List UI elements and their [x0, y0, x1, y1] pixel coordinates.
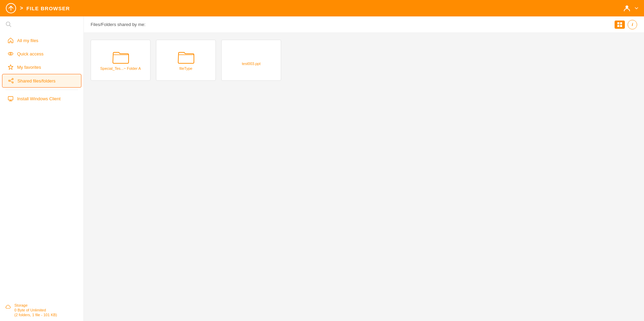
app-header: > FILE BROWSER [0, 0, 644, 16]
home-icon [8, 37, 14, 43]
sidebar-item-my-favorites[interactable]: My favorites [2, 61, 81, 74]
header-left: > FILE BROWSER [5, 3, 70, 14]
sidebar-item-install-windows[interactable]: Install Windows Client [2, 92, 81, 105]
main-toolbar: Files/Folders shared by me: i [84, 16, 644, 33]
sidebar-item-my-favorites-label: My favorites [17, 65, 41, 70]
sidebar-item-shared-files[interactable]: Shared files/folders [2, 74, 81, 88]
search-icon [5, 21, 12, 27]
share-icon [8, 78, 14, 84]
svg-rect-14 [617, 22, 619, 24]
file-card-2-name: fileType [177, 66, 195, 70]
app-layout: All my files Quick access My favorites [0, 16, 644, 321]
sidebar-divider [5, 90, 78, 90]
svg-rect-17 [620, 25, 622, 27]
svg-point-7 [9, 80, 10, 81]
info-button[interactable]: i [628, 20, 637, 29]
star-icon [8, 64, 14, 70]
svg-line-9 [10, 80, 12, 81]
svg-point-1 [626, 5, 628, 8]
file-card-3[interactable]: test003.ppt [221, 40, 281, 81]
grid-view-button[interactable] [615, 21, 625, 28]
file-card-1-name: Special_Tes...~ Folder A [97, 66, 144, 70]
svg-line-10 [10, 81, 12, 82]
header-title: FILE BROWSER [26, 5, 70, 11]
svg-rect-15 [620, 22, 622, 24]
header-right [622, 3, 639, 13]
main-content: Files/Folders shared by me: i [84, 16, 644, 321]
svg-point-8 [12, 82, 13, 83]
svg-rect-16 [617, 25, 619, 27]
cloud-icon [5, 304, 12, 310]
svg-marker-5 [8, 65, 13, 69]
sidebar-item-quick-access-label: Quick access [17, 51, 43, 56]
sidebar-item-all-my-files[interactable]: All my files [2, 34, 81, 47]
sidebar-item-quick-access[interactable]: Quick access [2, 47, 81, 60]
sidebar-search-area[interactable] [0, 16, 83, 32]
files-grid: Special_Tes...~ Folder A fileType test00… [84, 33, 644, 88]
toolbar-right: i [615, 20, 637, 29]
grid-view-icon [617, 22, 622, 27]
shared-files-label: Files/Folders shared by me: [91, 22, 145, 27]
svg-rect-11 [8, 97, 13, 100]
svg-point-4 [10, 53, 11, 54]
storage-usage: 0 Byte of Unlimited [14, 308, 57, 312]
sidebar-item-all-my-files-label: All my files [17, 38, 38, 43]
header-chevron: > [20, 5, 23, 11]
view-toggle[interactable] [615, 21, 625, 29]
sidebar-item-shared-files-label: Shared files/folders [17, 78, 55, 84]
svg-point-3 [8, 52, 13, 55]
sidebar-item-install-windows-label: Install Windows Client [17, 96, 61, 101]
monitor-icon [8, 95, 14, 102]
file-card-3-name: test003.ppt [239, 62, 263, 66]
storage-section: Storage 0 Byte of Unlimited (2 folders, … [0, 299, 83, 321]
info-icon: i [632, 22, 633, 27]
folder-icon-2 [178, 50, 194, 64]
app-logo-icon [5, 3, 16, 14]
storage-text: Storage 0 Byte of Unlimited (2 folders, … [14, 303, 57, 317]
file-card-2[interactable]: fileType [156, 40, 216, 81]
user-account-icon[interactable] [622, 3, 632, 13]
eye-icon [8, 51, 14, 57]
storage-details: (2 folders, 1 file - 101 KB) [14, 313, 57, 317]
folder-icon-1 [113, 50, 129, 64]
user-dropdown-icon [634, 6, 639, 10]
sidebar-nav: All my files Quick access My favorites [0, 32, 83, 299]
file-card-1[interactable]: Special_Tes...~ Folder A [91, 40, 150, 81]
sidebar: All my files Quick access My favorites [0, 16, 84, 321]
storage-label: Storage [14, 303, 57, 307]
svg-point-6 [12, 78, 13, 80]
